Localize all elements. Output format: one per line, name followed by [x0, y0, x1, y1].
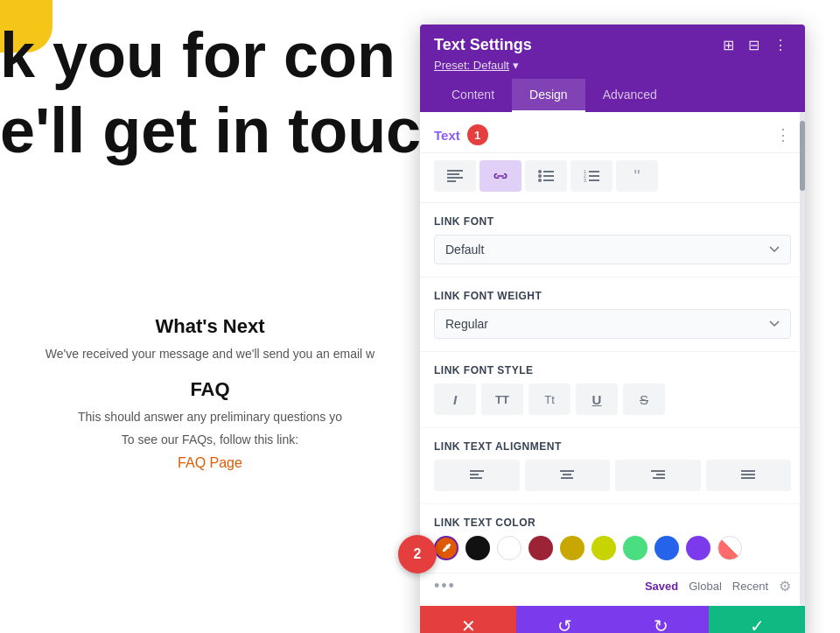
style-tt-bold[interactable]: TT [481, 383, 523, 415]
color-swatches [434, 536, 791, 560]
color-swatch-lime[interactable] [592, 536, 616, 560]
scrollbar-track[interactable] [800, 112, 805, 606]
redo-button[interactable]: ↻ [612, 606, 709, 633]
link-font-select[interactable]: Default Arial Georgia Times New Roman [434, 235, 791, 264]
color-tab-saved[interactable]: Saved [645, 580, 678, 593]
svg-rect-19 [560, 470, 574, 472]
section-title-row: Text 1 [434, 124, 488, 145]
svg-rect-16 [470, 470, 484, 472]
bg-text-line2: e'll get in touc [0, 93, 421, 168]
svg-point-8 [538, 179, 542, 182]
svg-rect-18 [470, 477, 482, 479]
list-ul-icon [538, 170, 554, 182]
bg-heading: k you for con e'll get in touc [0, 18, 421, 169]
align-left-icon [470, 470, 484, 481]
preset-label[interactable]: Preset: Default [434, 59, 509, 72]
fab-badge-2[interactable]: 2 [398, 535, 437, 573]
color-swatch-yellow[interactable] [560, 536, 584, 560]
faq-title: FAQ [18, 378, 402, 401]
color-options-row: ••• Saved Global Recent ⚙ [420, 573, 805, 606]
align-right-icon [651, 470, 665, 481]
faq-link-row: To see our FAQs, follow this link: [18, 433, 402, 447]
svg-rect-2 [447, 177, 463, 179]
panel-footer: ✕ ↺ ↻ ✓ [420, 606, 805, 633]
svg-rect-0 [447, 170, 463, 172]
color-swatch-blue[interactable] [654, 536, 679, 560]
svg-rect-17 [470, 474, 479, 475]
cancel-button[interactable]: ✕ [420, 606, 516, 633]
link-font-weight-group: Link Font Weight Regular Bold Light Medi… [420, 278, 805, 352]
style-underline[interactable]: U [576, 383, 618, 415]
align-left-btn[interactable] [434, 460, 520, 491]
style-tt-light[interactable]: Tt [528, 383, 570, 415]
align-justify-btn[interactable] [706, 460, 792, 491]
svg-rect-1 [447, 173, 459, 175]
style-italic[interactable]: I [434, 383, 476, 415]
svg-text:3.: 3. [584, 178, 587, 182]
svg-point-4 [538, 170, 542, 173]
icon-toolbar: 1. 2. 3. " [420, 153, 805, 203]
bg-text-line1: k you for con [0, 18, 421, 93]
color-swatch-green[interactable] [623, 536, 648, 560]
svg-rect-5 [543, 171, 554, 172]
tab-content[interactable]: Content [434, 79, 512, 112]
color-tab-buttons: Saved Global Recent ⚙ [645, 578, 791, 594]
link-text-alignment-group: Link Text Alignment [420, 428, 805, 504]
svg-rect-27 [741, 477, 755, 479]
save-button[interactable]: ✓ [709, 606, 805, 633]
color-swatch-purple[interactable] [686, 536, 710, 560]
faq-page-link[interactable]: FAQ Page [178, 455, 242, 470]
link-font-label: Link Font [434, 215, 791, 228]
panel-icon-grid[interactable]: ⊞ [719, 35, 738, 55]
section-title: Text [434, 128, 460, 143]
faq-link-text: This should answer any preliminary quest… [18, 410, 402, 424]
style-buttons: I TT Tt U S [434, 383, 791, 415]
svg-rect-13 [589, 175, 599, 177]
tab-design[interactable]: Design [512, 79, 585, 112]
toolbar-align-left[interactable] [434, 160, 476, 192]
section-badge: 1 [467, 124, 488, 145]
svg-rect-26 [741, 474, 755, 475]
toolbar-quote[interactable]: " [616, 160, 658, 192]
tab-advanced[interactable]: Advanced [585, 79, 675, 112]
list-ol-icon: 1. 2. 3. [584, 170, 599, 182]
more-options-button[interactable]: ••• [434, 577, 456, 595]
scrollbar-thumb[interactable] [800, 121, 805, 191]
svg-rect-11 [589, 171, 599, 172]
color-tab-recent[interactable]: Recent [732, 580, 768, 593]
link-font-weight-select[interactable]: Regular Bold Light Medium [434, 309, 791, 339]
link-text-color-label: Link Text Color [434, 517, 791, 529]
panel-body: Text 1 ⋮ [420, 112, 805, 606]
align-center-btn[interactable] [525, 460, 611, 491]
color-swatch-white[interactable] [497, 536, 522, 560]
section-header: Text 1 ⋮ [420, 112, 805, 153]
toolbar-list-ul[interactable] [525, 160, 567, 192]
panel-tabs: Content Design Advanced [434, 79, 791, 112]
color-tab-global[interactable]: Global [689, 580, 722, 593]
color-swatch-transparent[interactable] [718, 536, 742, 560]
color-swatch-black[interactable] [466, 536, 490, 560]
svg-rect-23 [656, 474, 665, 475]
svg-point-6 [538, 174, 542, 178]
color-picker-swatch[interactable] [434, 536, 458, 560]
eyedropper-icon [440, 542, 452, 554]
align-right-btn[interactable] [615, 460, 701, 491]
svg-rect-20 [563, 474, 571, 475]
panel-header-top: Text Settings ⊞ ⊟ ⋮ [434, 35, 791, 55]
color-swatch-red[interactable] [528, 536, 553, 560]
page-section: What's Next We've received your message … [0, 315, 420, 471]
section-more-button[interactable]: ⋮ [775, 127, 791, 143]
panel-icon-more[interactable]: ⋮ [770, 35, 791, 55]
panel-title: Text Settings [434, 36, 532, 54]
svg-rect-24 [653, 477, 665, 479]
style-strikethrough[interactable]: S [623, 383, 665, 415]
color-settings-button[interactable]: ⚙ [779, 578, 791, 594]
align-left-icon [447, 170, 463, 182]
link-text-alignment-label: Link Text Alignment [434, 440, 791, 453]
panel-icon-split[interactable]: ⊟ [745, 35, 763, 55]
whats-next-title: What's Next [18, 315, 402, 338]
svg-rect-25 [741, 470, 755, 472]
undo-button[interactable]: ↺ [516, 606, 612, 633]
toolbar-list-ol[interactable]: 1. 2. 3. [570, 160, 612, 192]
toolbar-link[interactable] [480, 160, 522, 192]
